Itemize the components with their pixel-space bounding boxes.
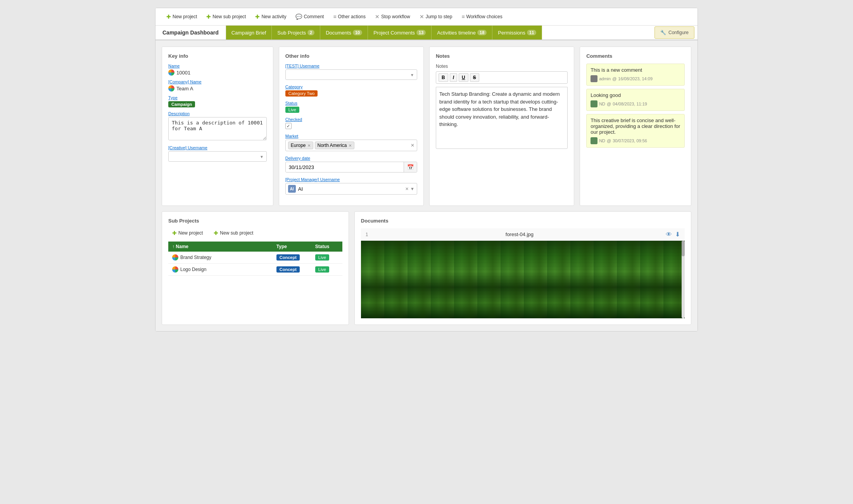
jump-icon: ✕	[420, 14, 424, 20]
description-textarea[interactable]: This is a description of 10001 for Team …	[168, 117, 267, 140]
type-badge: Campaign	[168, 101, 195, 107]
checked-checkbox[interactable]: ✓	[285, 123, 292, 129]
table-row: Logo Design Concept Live	[168, 264, 342, 276]
tab-campaign-brief[interactable]: Campaign Brief	[226, 26, 272, 40]
creative-select[interactable]	[168, 151, 267, 162]
documents-panel: Documents 1 forest-04.jpg 👁 ⬇	[354, 211, 691, 325]
tag-north-america-remove[interactable]: ✕	[349, 143, 352, 148]
status-label[interactable]: Status	[285, 101, 417, 105]
workflow-choices-label: Workflow choices	[466, 14, 502, 19]
tab-project-comments[interactable]: Project Comments 13	[368, 26, 432, 40]
delivery-date-label[interactable]: Delivery date	[285, 156, 417, 161]
row2-logo-icon	[172, 266, 178, 273]
category-label[interactable]: Category	[285, 85, 417, 89]
configure-button[interactable]: 🔧 Configure	[654, 26, 694, 39]
project-logo-icon	[168, 69, 174, 76]
tab-permissions[interactable]: Permissions 11	[492, 26, 542, 40]
strikethrough-button[interactable]: S	[470, 73, 479, 82]
tab-activities-timeline[interactable]: Activities timeline 18	[432, 26, 492, 40]
other-actions-label: Other actions	[338, 14, 366, 19]
doc-view-button[interactable]: 👁	[666, 231, 672, 238]
row2-type: Concept	[273, 264, 311, 275]
stop-workflow-label: Stop workflow	[381, 14, 410, 19]
tag-europe-remove[interactable]: ✕	[307, 143, 311, 148]
comment-meta-2: ND @ 04/08/2023, 11:19	[591, 100, 680, 107]
project-manager-select[interactable]: AI AI ✕ ▼	[285, 183, 417, 195]
row1-type-badge: Concept	[276, 254, 300, 261]
comment-text-1: This is a new comment	[591, 67, 680, 73]
checked-label[interactable]: Checked	[285, 117, 417, 122]
doc-image	[361, 241, 685, 318]
tab-documents[interactable]: Documents 10	[320, 26, 368, 40]
company-label[interactable]: [Company] Name	[168, 79, 267, 84]
underline-button[interactable]: U	[459, 73, 468, 82]
calendar-icon[interactable]: 📅	[404, 162, 417, 172]
scroll-thumb[interactable]	[682, 241, 685, 256]
comments-panel: Comments This is a new comment admin @ 1…	[580, 47, 691, 206]
new-project-label: New project	[173, 14, 197, 19]
test-username-select-wrapper	[285, 69, 417, 80]
type-label[interactable]: Type	[168, 95, 267, 100]
comment-item-2: Looking good ND @ 04/08/2023, 11:19	[586, 89, 685, 111]
doc-actions: 👁 ⬇	[666, 231, 680, 238]
key-info-title: Key info	[168, 53, 267, 59]
new-activity-button[interactable]: ✚ New activity	[250, 11, 291, 22]
main-content: Key info Name 10001 [Company] Name Team …	[155, 40, 698, 331]
comment-label: Comment	[304, 14, 324, 19]
comment-avatar-1	[591, 75, 597, 82]
notes-content[interactable]: Tech Startup Branding: Create a dynamic …	[436, 87, 568, 149]
new-sub-project-button[interactable]: ✚ New sub project	[202, 11, 250, 22]
test-username-select[interactable]	[285, 69, 417, 80]
row1-logo-icon	[172, 254, 178, 261]
doc-header: 1 forest-04.jpg 👁 ⬇	[361, 228, 685, 241]
other-actions-button[interactable]: ≡ Other actions	[328, 11, 370, 22]
creative-select-wrapper	[168, 151, 267, 162]
creative-label[interactable]: [Creative] Username	[168, 145, 267, 150]
comment-button[interactable]: 💬 Comment	[291, 11, 328, 22]
sub-proj-new-project-button[interactable]: ✚ New project	[168, 228, 207, 238]
market-tag-north-america[interactable]: North America ✕	[315, 142, 354, 149]
comment-text-3: This creative brief is concise and well-…	[591, 117, 680, 135]
col-name: ↑ Name	[168, 242, 273, 252]
sub-projects-panel: Sub Projects ✚ New project ✚ New sub pro…	[162, 211, 349, 325]
x-icon[interactable]: ✕	[405, 186, 409, 192]
name-label[interactable]: Name	[168, 64, 267, 68]
project-manager-label[interactable]: [Project Manager] Username	[285, 177, 417, 182]
scrollbar[interactable]	[682, 241, 685, 318]
market-label[interactable]: Market	[285, 134, 417, 138]
test-username-label[interactable]: [TEST] Username	[285, 64, 417, 68]
italic-button[interactable]: I	[450, 73, 457, 82]
row2-type-badge: Concept	[276, 266, 300, 273]
notes-label: Notes	[436, 64, 568, 69]
tab-sub-projects-label: Sub Projects	[277, 30, 306, 36]
description-label: Description	[168, 111, 267, 116]
new-project-button[interactable]: ✚ New project	[162, 11, 202, 22]
market-field: Market Europe ✕ North America ✕ ✕	[285, 134, 417, 151]
row1-name: Brand Strategy	[168, 252, 273, 263]
configure-label: Configure	[668, 30, 689, 35]
stop-workflow-button[interactable]: ✕ Stop workflow	[370, 11, 415, 22]
market-tag-europe[interactable]: Europe ✕	[288, 142, 313, 149]
chevron-down-icon[interactable]: ▼	[410, 186, 414, 192]
stop-icon: ✕	[375, 14, 380, 20]
market-tags-container[interactable]: Europe ✕ North America ✕ ✕	[285, 140, 417, 151]
jump-to-step-button[interactable]: ✕ Jump to step	[415, 11, 457, 22]
other-info-title: Other info	[285, 53, 417, 59]
doc-download-button[interactable]: ⬇	[675, 231, 680, 238]
sub-proj-new-sub-project-button[interactable]: ✚ New sub project	[210, 228, 257, 238]
comment-meta-1: admin @ 16/08/2023, 14:09	[591, 75, 680, 82]
tab-permissions-badge: 11	[527, 30, 536, 35]
workflow-choices-button[interactable]: ≡ Workflow choices	[457, 11, 507, 22]
project-manager-avatar: AI	[288, 185, 296, 193]
tab-documents-label: Documents	[326, 30, 351, 36]
bold-button[interactable]: B	[439, 73, 448, 82]
bottom-row: Sub Projects ✚ New project ✚ New sub pro…	[162, 211, 691, 325]
at-symbol-1: @	[612, 76, 616, 81]
comment-text-2: Looking good	[591, 92, 680, 98]
plus-icon-sp1: ✚	[172, 230, 177, 236]
tab-sub-projects[interactable]: Sub Projects 2	[272, 26, 320, 40]
tags-clear-button[interactable]: ✕	[411, 143, 414, 148]
tab-permissions-label: Permissions	[498, 30, 525, 36]
delivery-date-input[interactable]	[286, 162, 404, 172]
sub-proj-new-project-label: New project	[178, 230, 203, 236]
